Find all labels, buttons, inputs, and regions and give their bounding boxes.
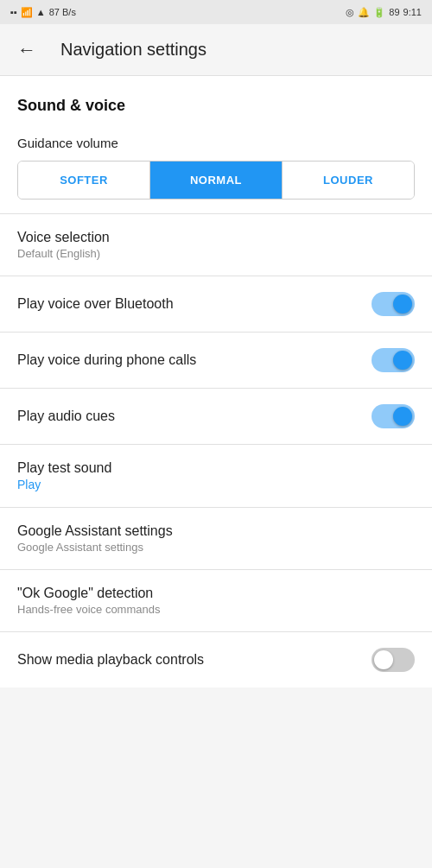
page-title: Navigation settings bbox=[60, 40, 206, 60]
battery-icon: 🔋 bbox=[373, 7, 385, 18]
volume-normal-button[interactable]: NORMAL bbox=[150, 162, 283, 199]
status-left: ▪▪ 📶 ▲ 87 B/s bbox=[10, 7, 76, 18]
play-voice-bluetooth-content: Play voice over Bluetooth bbox=[17, 296, 372, 312]
show-media-playback-row: Show media playback controls bbox=[0, 632, 432, 687]
play-voice-phone-calls-title: Play voice during phone calls bbox=[17, 352, 372, 368]
voice-selection-subtitle: Default (English) bbox=[17, 247, 415, 260]
section-title-sound-voice: Sound & voice bbox=[0, 76, 432, 122]
show-media-playback-slider bbox=[372, 648, 415, 672]
location-icon: ◎ bbox=[346, 7, 354, 18]
time-display: 9:11 bbox=[403, 7, 422, 17]
play-voice-phone-calls-content: Play voice during phone calls bbox=[17, 352, 372, 368]
play-audio-cues-row: Play audio cues bbox=[0, 389, 432, 444]
voice-selection-content: Voice selection Default (English) bbox=[17, 230, 415, 260]
play-audio-cues-toggle[interactable] bbox=[372, 404, 415, 428]
header: ← Navigation settings bbox=[0, 24, 432, 76]
play-voice-phone-calls-slider bbox=[372, 348, 415, 372]
volume-louder-button[interactable]: LOUDER bbox=[283, 162, 414, 199]
play-voice-bluetooth-slider bbox=[372, 292, 415, 316]
google-assistant-settings-row[interactable]: Google Assistant settings Google Assista… bbox=[0, 508, 432, 569]
play-voice-bluetooth-title: Play voice over Bluetooth bbox=[17, 296, 372, 312]
guidance-volume-block: Guidance volume SOFTER NORMAL LOUDER bbox=[0, 122, 432, 213]
status-right: ◎ 🔔 🔋 89 9:11 bbox=[346, 7, 422, 18]
play-voice-phone-calls-row: Play voice during phone calls bbox=[0, 333, 432, 388]
google-assistant-settings-title: Google Assistant settings bbox=[17, 523, 415, 539]
show-media-playback-content: Show media playback controls bbox=[17, 652, 372, 668]
ok-google-detection-row[interactable]: "Ok Google" detection Hands-free voice c… bbox=[0, 570, 432, 631]
voice-selection-title: Voice selection bbox=[17, 230, 415, 245]
notification-icon: 🔔 bbox=[358, 7, 370, 18]
play-audio-cues-slider bbox=[372, 404, 415, 428]
guidance-volume-label: Guidance volume bbox=[17, 136, 415, 150]
ok-google-detection-content: "Ok Google" detection Hands-free voice c… bbox=[17, 586, 415, 616]
volume-softer-button[interactable]: SOFTER bbox=[18, 162, 150, 199]
show-media-playback-title: Show media playback controls bbox=[17, 652, 372, 668]
play-audio-cues-content: Play audio cues bbox=[17, 409, 372, 424]
content: Sound & voice Guidance volume SOFTER NOR… bbox=[0, 76, 432, 687]
play-audio-cues-title: Play audio cues bbox=[17, 409, 372, 424]
wifi-icon: ▲ bbox=[36, 7, 46, 17]
back-button[interactable]: ← bbox=[14, 35, 40, 65]
network-icon: ▪▪ bbox=[10, 7, 17, 17]
google-assistant-settings-content: Google Assistant settings Google Assista… bbox=[17, 523, 415, 554]
volume-selector: SOFTER NORMAL LOUDER bbox=[17, 161, 415, 200]
ok-google-detection-subtitle: Hands-free voice commands bbox=[17, 603, 415, 616]
signal-icon: 📶 bbox=[21, 7, 33, 18]
play-test-sound-button[interactable]: Play bbox=[17, 478, 415, 491]
play-voice-phone-calls-toggle[interactable] bbox=[372, 348, 415, 372]
play-test-sound-title: Play test sound bbox=[17, 460, 415, 476]
ok-google-detection-title: "Ok Google" detection bbox=[17, 586, 415, 601]
status-bar: ▪▪ 📶 ▲ 87 B/s ◎ 🔔 🔋 89 9:11 bbox=[0, 0, 432, 24]
show-media-playback-toggle[interactable] bbox=[372, 648, 415, 672]
play-test-sound-row: Play test sound Play bbox=[0, 445, 432, 507]
voice-selection-row[interactable]: Voice selection Default (English) bbox=[0, 214, 432, 276]
google-assistant-settings-subtitle: Google Assistant settings bbox=[17, 541, 415, 554]
play-voice-bluetooth-toggle[interactable] bbox=[372, 292, 415, 316]
battery-text: 89 bbox=[389, 7, 399, 17]
play-voice-bluetooth-row: Play voice over Bluetooth bbox=[0, 276, 432, 332]
data-speed: 87 B/s bbox=[49, 7, 76, 17]
